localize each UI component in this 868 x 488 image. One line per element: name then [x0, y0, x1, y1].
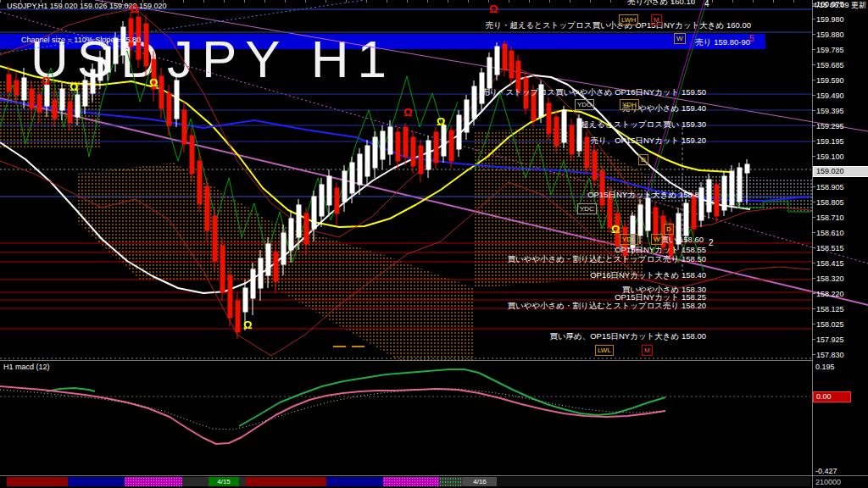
price-annotation: 買いやや小さめ・割り込むとストップロス売り 158.50 [507, 254, 706, 263]
session-segment [125, 477, 182, 486]
macd-scale-bottom: -0.427 [815, 467, 837, 476]
candle [159, 68, 164, 119]
omega-marker: Ω [489, 3, 498, 14]
date-label-segment: 4/16 [463, 477, 497, 486]
candle [737, 163, 742, 208]
price-annotation: 売り、OP15日NYカット 159.20 [590, 136, 706, 145]
candle [472, 80, 476, 125]
candle [342, 165, 347, 212]
price-tick: 159.685 [816, 61, 844, 69]
sequence-number: 5 [749, 35, 754, 43]
price-tick: 158.515 [816, 244, 844, 252]
price-annotation: 売り・ストップロス買いやや小さめ OP16日NYカット 159.50 [481, 87, 706, 97]
marker-box: LWL [595, 345, 614, 356]
candle [465, 95, 469, 140]
chart-canvas[interactable] [0, 0, 868, 488]
session-segment [182, 477, 209, 486]
omega-marker: Ω [437, 116, 445, 127]
candle [358, 148, 362, 195]
date-label: 4/15 [209, 478, 239, 485]
candle [715, 180, 719, 222]
candle [585, 131, 589, 174]
sequence-number: 2 [709, 239, 714, 247]
price-annotation: 売り小さめ 160.10 [627, 0, 695, 6]
marker-box: YDO [575, 99, 594, 110]
candle [449, 125, 453, 168]
price-tick: 159.195 [816, 137, 844, 146]
price-tick: 157.830 [816, 351, 844, 359]
candle [503, 41, 507, 76]
omega-marker: Ω [70, 81, 78, 92]
volume-scale-label: 210000 [815, 478, 841, 487]
macd-pink-line [0, 386, 665, 444]
candle [730, 165, 734, 212]
candle [396, 127, 400, 169]
marker-box: YDH [620, 99, 639, 110]
sequence-number: 3 [707, 202, 712, 210]
price-annotation: 買いやや小さめ・割り込むとストップロス売り 158.20 [507, 301, 706, 310]
marker-box: M [642, 345, 653, 356]
price-tick: 158.125 [816, 305, 844, 313]
omega-marker: Ω [243, 319, 252, 330]
candle [419, 140, 423, 182]
subwindow-separator[interactable] [0, 360, 812, 361]
marker-box: D [638, 154, 648, 165]
macd-green-line [239, 369, 665, 426]
candle [327, 169, 331, 216]
sequence-number: 4 [704, 0, 709, 8]
candle [220, 237, 225, 301]
marker-box: YDL [620, 234, 638, 245]
price-tick: 159.100 [816, 152, 844, 161]
timeline-separator [0, 475, 868, 476]
current-price-tag: 159.020 [813, 166, 868, 177]
price-tick: 157.925 [816, 336, 844, 344]
session-segment [497, 477, 810, 486]
price-tick: 158.710 [816, 214, 844, 222]
marker-box: M [651, 14, 662, 25]
session-segment [383, 477, 439, 486]
price-tick: 159.590 [816, 76, 844, 85]
candle [373, 131, 377, 178]
price-tick: 158.415 [816, 259, 844, 268]
price-tick: 159.490 [816, 92, 844, 100]
indicator-label: H1 macd (12) [3, 363, 50, 372]
candle [593, 144, 597, 186]
candle [251, 263, 255, 315]
candle [411, 131, 415, 174]
session-segment [439, 477, 463, 486]
session-segment [68, 477, 125, 486]
candle [381, 125, 385, 169]
session-segment [246, 477, 326, 486]
candle [190, 127, 194, 182]
price-tick: 159.395 [816, 107, 844, 115]
candle [509, 47, 514, 85]
marker-box: W [651, 234, 663, 245]
price-tick: 160.075 [816, 0, 844, 8]
session-segment [7, 477, 68, 486]
candle [175, 76, 179, 127]
candle [699, 182, 704, 227]
macd-scale-top: 0.195 [815, 363, 835, 372]
macd-current-tag: 0.00 [813, 391, 851, 402]
candle [434, 127, 438, 169]
candle [236, 292, 240, 339]
candle [554, 110, 559, 152]
date-label: 4/16 [463, 478, 497, 485]
price-annotation: OP15日NYカット大きめ 158.85 [587, 190, 704, 199]
timeline-bar: 4/154/16 [0, 477, 812, 486]
omega-marker: Ω [149, 77, 158, 88]
candle [646, 193, 650, 237]
candle [562, 106, 566, 148]
price-axis-border [812, 0, 813, 488]
candle [495, 42, 499, 80]
marker-box: YDC [577, 203, 597, 214]
ohlc-readout: USDJPY,H1 159.020 159.026 159.020 159.02… [7, 2, 167, 11]
candle [228, 267, 232, 326]
omega-marker: Ω [130, 3, 138, 14]
price-annotation: OP15日NYカット 158.55 [615, 245, 706, 254]
mt4-chart-window: USDJPY H1 USDJPY,H1 159.020 159.026 159.… [0, 0, 868, 488]
price-tick: 158.610 [816, 229, 844, 237]
session-segment [239, 477, 246, 486]
session-segment [326, 477, 383, 486]
price-tick: 159.880 [816, 30, 844, 39]
